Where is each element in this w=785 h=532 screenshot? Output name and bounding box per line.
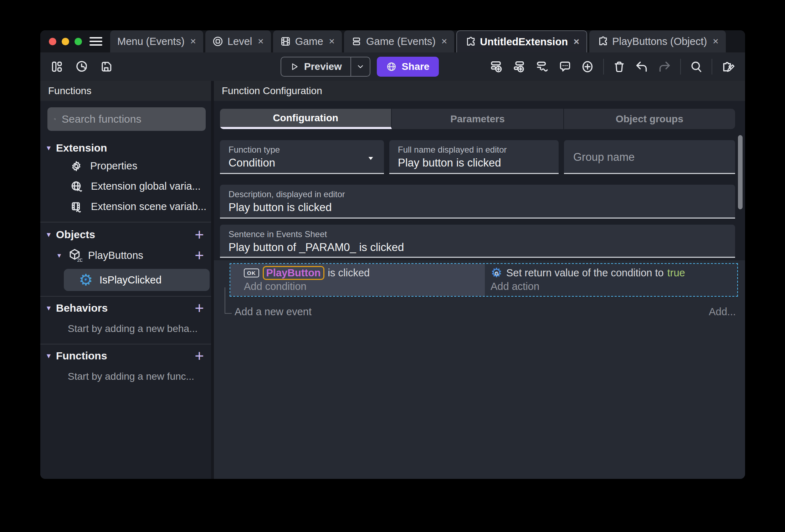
tab-configuration[interactable]: Configuration [220, 109, 392, 129]
add-action-button[interactable]: Add action [491, 280, 737, 292]
tree-section-functions[interactable]: ▾ Functions + [40, 348, 211, 364]
search-functions-box[interactable] [47, 107, 206, 131]
tab-label: PlayButtons (Object) [612, 36, 707, 47]
expander-triangle-icon[interactable]: ▾ [47, 143, 56, 153]
add-function-button[interactable]: + [195, 351, 204, 361]
add-object-button[interactable]: + [195, 229, 204, 240]
tree-section-extension[interactable]: ▾ Extension [40, 140, 211, 156]
puzzle-icon [464, 36, 476, 47]
tree-item-playbuttons[interactable]: ▾ 2D PlayButtons + [40, 246, 211, 265]
hamburger-menu-icon[interactable] [89, 37, 102, 46]
tab-untitled-extension[interactable]: UntitledExtension × [456, 30, 587, 52]
group-name-field[interactable]: Group name [564, 140, 735, 174]
tab-close-icon[interactable]: × [329, 36, 335, 47]
tab-playbuttons-object[interactable]: PlayButtons (Object) × [589, 30, 725, 52]
add-button[interactable] [580, 60, 595, 74]
chevron-down-icon [356, 62, 365, 71]
section-label: Behaviors [56, 302, 108, 314]
tab-label: Game (Events) [366, 36, 436, 47]
add-other-events-button[interactable] [535, 60, 550, 74]
description-field[interactable]: Description, displayed in editor Play bu… [220, 185, 735, 219]
tab-object-groups[interactable]: Object groups [564, 109, 735, 129]
close-window-button[interactable] [49, 38, 56, 45]
preview-label: Preview [304, 61, 342, 72]
project-manager-icon [50, 60, 64, 73]
tab-close-icon[interactable]: × [713, 36, 718, 47]
comment-icon [558, 60, 572, 73]
add-condition-button[interactable]: Add condition [244, 280, 485, 292]
tab-level[interactable]: Level × [205, 30, 271, 52]
expander-triangle-icon[interactable]: ▾ [47, 303, 56, 313]
vertical-scrollbar-thumb[interactable] [738, 135, 743, 209]
add-subevent-icon [513, 60, 527, 74]
redo-button[interactable] [657, 60, 672, 74]
share-label: Share [402, 61, 430, 72]
tree-section-objects[interactable]: ▾ Objects + [40, 227, 211, 242]
version-history-button[interactable] [75, 60, 89, 74]
tab-close-icon[interactable]: × [190, 36, 196, 47]
item-label: PlayButtons [88, 250, 143, 261]
item-label: Extension global varia... [91, 180, 201, 192]
tree-item-properties[interactable]: Properties [40, 156, 211, 176]
function-type-select[interactable]: Function type Condition [220, 140, 384, 174]
section-label: Objects [56, 229, 95, 241]
tab-label: Menu (Events) [117, 36, 185, 47]
condition-object-chip[interactable]: PlayButton [263, 266, 324, 280]
undo-icon [635, 60, 649, 74]
add-new-event-button[interactable]: Add a new event [235, 306, 312, 318]
tree-item-extension-scene-variables[interactable]: Extension scene variab... [40, 196, 211, 217]
add-more-button[interactable]: Add... [709, 306, 736, 318]
save-button[interactable] [99, 60, 113, 73]
preview-options-button[interactable] [351, 62, 370, 71]
tree-item-isplayclicked-selected[interactable]: ⚙ ? IsPlayClicked [64, 269, 210, 291]
tab-game-events[interactable]: Game (Events) × [344, 30, 454, 52]
search-functions-input[interactable] [62, 113, 199, 125]
add-behavior-button[interactable]: + [195, 303, 204, 313]
tab-close-icon[interactable]: × [441, 36, 447, 47]
search-events-button[interactable] [689, 60, 703, 73]
add-function-to-object-button[interactable]: + [195, 250, 204, 261]
add-comment-button[interactable] [558, 60, 572, 73]
action-text: Set return value of the condition to [506, 267, 664, 279]
event-actions-column[interactable]: ⚙ G Set return value of the condition to… [485, 264, 737, 296]
main-title: Function Configuration [222, 85, 322, 97]
event-conditions-column[interactable]: OK PlayButton is clicked Add condition [230, 264, 485, 296]
edit-extension-button[interactable] [721, 60, 735, 74]
expander-triangle-icon[interactable]: ▾ [47, 230, 56, 239]
tab-parameters[interactable]: Parameters [392, 109, 564, 129]
tree-item-extension-global-variables[interactable]: Extension global varia... [40, 176, 211, 196]
undo-button[interactable] [635, 60, 649, 74]
cube-2d-icon: 2D [68, 248, 82, 262]
tab-label: Level [227, 36, 252, 47]
function-configuration-panel: Function Configuration Configuration Par… [214, 81, 745, 479]
full-name-field[interactable]: Full name displayed in editor Play butto… [389, 140, 559, 174]
expander-triangle-icon[interactable]: ▾ [47, 351, 56, 360]
tab-menu-events[interactable]: Menu (Events) × [110, 30, 203, 52]
delete-button[interactable] [612, 60, 626, 73]
minimize-window-button[interactable] [62, 38, 69, 45]
project-manager-button[interactable] [50, 60, 64, 73]
zoom-window-button[interactable] [75, 38, 82, 45]
condition-function-icon: ⚙ ? [79, 273, 93, 287]
tab-close-icon[interactable]: × [258, 36, 263, 47]
event-tree-connector [225, 287, 232, 314]
save-floppy-icon [99, 60, 113, 73]
sentence-field[interactable]: Sentence in Events Sheet Play button of … [220, 225, 735, 258]
history-clock-icon [75, 60, 89, 74]
search-icon [689, 60, 703, 73]
trash-icon [612, 60, 626, 73]
dropdown-arrow-icon [367, 154, 375, 162]
configuration-tabs: Configuration Parameters Object groups [220, 109, 735, 129]
field-label: Full name displayed in editor [398, 145, 507, 155]
share-button[interactable]: Share [377, 57, 439, 77]
expander-triangle-icon[interactable]: ▾ [57, 251, 68, 260]
add-event-button[interactable] [490, 60, 504, 74]
app-window: Menu (Events) × Level × Game × Game (Eve… [40, 30, 745, 479]
preview-button[interactable]: Preview [281, 57, 370, 77]
tree-section-behaviors[interactable]: ▾ Behaviors + [40, 300, 211, 316]
add-subevent-button[interactable] [513, 60, 527, 74]
sidebar-title: Functions [48, 85, 91, 97]
selected-event[interactable]: OK PlayButton is clicked Add condition ⚙… [230, 263, 738, 297]
tab-game[interactable]: Game × [273, 30, 342, 52]
tab-close-icon[interactable]: × [574, 36, 579, 47]
